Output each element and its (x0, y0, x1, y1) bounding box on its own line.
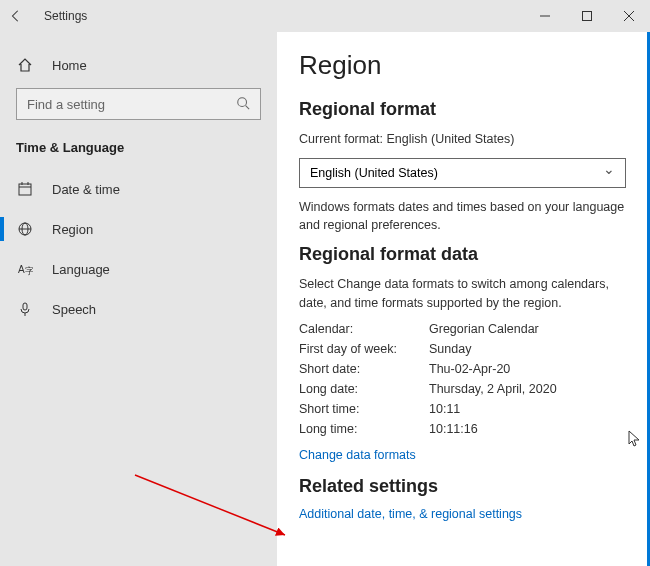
sidebar-item-date-time[interactable]: Date & time (0, 169, 277, 209)
dropdown-value: English (United States) (310, 166, 438, 180)
sidebar-item-language[interactable]: A字 Language (0, 249, 277, 289)
language-icon: A字 (16, 261, 34, 277)
fdow-label: First day of week: (299, 342, 429, 356)
minimize-button[interactable] (524, 0, 566, 32)
search-input[interactable]: Find a setting (16, 88, 261, 120)
long-date-label: Long date: (299, 382, 429, 396)
short-time-value: 10:11 (429, 402, 626, 416)
back-button[interactable] (0, 0, 32, 32)
calendar-value: Gregorian Calendar (429, 322, 626, 336)
content-pane: Region Regional format Current format: E… (277, 32, 650, 566)
mouse-cursor-icon (628, 430, 642, 451)
search-placeholder: Find a setting (27, 97, 105, 112)
sidebar-category: Time & Language (0, 132, 277, 169)
section-regional-format: Regional format (299, 99, 626, 120)
svg-text:A: A (18, 264, 25, 275)
sidebar-item-label: Speech (52, 302, 96, 317)
fdow-value: Sunday (429, 342, 626, 356)
long-time-label: Long time: (299, 422, 429, 436)
calendar-icon (16, 181, 34, 197)
sidebar-item-label: Language (52, 262, 110, 277)
change-data-formats-link[interactable]: Change data formats (299, 448, 626, 462)
calendar-label: Calendar: (299, 322, 429, 336)
section-related-settings: Related settings (299, 476, 626, 497)
section-regional-format-data: Regional format data (299, 244, 626, 265)
sidebar: Home Find a setting Time & Language Date… (0, 32, 277, 566)
svg-rect-1 (583, 12, 592, 21)
globe-icon (16, 221, 34, 237)
sidebar-item-region[interactable]: Region (0, 209, 277, 249)
svg-line-5 (246, 105, 250, 109)
sidebar-home-label: Home (52, 58, 87, 73)
additional-settings-link[interactable]: Additional date, time, & regional settin… (299, 507, 626, 521)
short-time-label: Short time: (299, 402, 429, 416)
format-data-list: Calendar:Gregorian Calendar First day of… (299, 322, 626, 436)
sidebar-home[interactable]: Home (0, 46, 277, 84)
maximize-button[interactable] (566, 0, 608, 32)
long-date-value: Thursday, 2 April, 2020 (429, 382, 626, 396)
home-icon (16, 57, 34, 73)
sidebar-item-label: Region (52, 222, 93, 237)
current-format-label: Current format: English (United States) (299, 130, 626, 148)
svg-text:字: 字 (25, 266, 33, 276)
sidebar-item-speech[interactable]: Speech (0, 289, 277, 329)
window-title: Settings (44, 9, 87, 23)
search-icon (236, 96, 250, 113)
short-date-label: Short date: (299, 362, 429, 376)
titlebar: Settings (0, 0, 650, 32)
sidebar-item-label: Date & time (52, 182, 120, 197)
page-title: Region (299, 50, 626, 81)
svg-rect-6 (19, 184, 31, 195)
format-data-desc: Select Change data formats to switch amo… (299, 275, 626, 311)
svg-rect-15 (23, 303, 27, 310)
format-note: Windows formats dates and times based on… (299, 198, 626, 234)
long-time-value: 10:11:16 (429, 422, 626, 436)
svg-point-4 (238, 97, 247, 106)
regional-format-dropdown[interactable]: English (United States) (299, 158, 626, 188)
microphone-icon (16, 301, 34, 317)
close-button[interactable] (608, 0, 650, 32)
short-date-value: Thu-02-Apr-20 (429, 362, 626, 376)
